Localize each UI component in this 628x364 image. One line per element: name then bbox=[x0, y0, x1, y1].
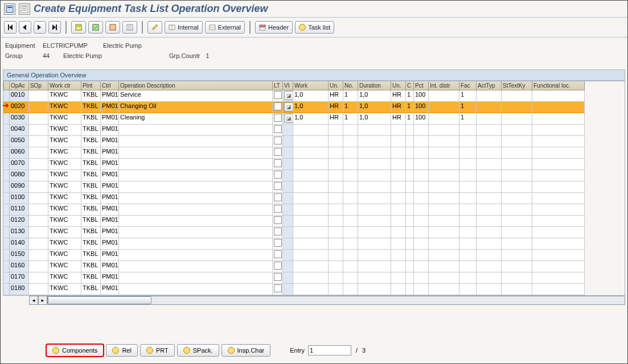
cell-work[interactable]: 1,0 bbox=[293, 90, 329, 102]
cell-no[interactable]: 1 bbox=[343, 102, 358, 113]
rel-button[interactable]: Rel bbox=[106, 344, 138, 357]
cell-work[interactable] bbox=[293, 204, 329, 216]
cell-lt[interactable] bbox=[273, 90, 283, 102]
cell-dur[interactable] bbox=[358, 272, 391, 284]
cell-workun[interactable] bbox=[329, 238, 343, 250]
cell-acttyp[interactable] bbox=[477, 102, 502, 113]
cell-sop[interactable] bbox=[29, 261, 48, 272]
cell-sttextky[interactable] bbox=[502, 170, 532, 181]
cell-funcloc[interactable] bbox=[532, 216, 585, 227]
cell-sop[interactable] bbox=[29, 284, 48, 295]
row-selector[interactable] bbox=[3, 147, 10, 159]
cell-acttyp[interactable] bbox=[477, 227, 502, 238]
cell-ctrl[interactable]: PM01 bbox=[101, 284, 119, 295]
cell-ctrl[interactable]: PM01 bbox=[101, 204, 119, 216]
col-header[interactable]: No. bbox=[343, 81, 358, 90]
row-selector[interactable] bbox=[3, 272, 10, 284]
cell-plnt[interactable]: TKBL bbox=[81, 125, 101, 136]
cell-work[interactable] bbox=[293, 170, 329, 181]
cell-vi[interactable]: ◪ bbox=[283, 102, 293, 113]
cell-work[interactable] bbox=[293, 250, 329, 261]
cell-workctr[interactable]: TKWC bbox=[48, 102, 81, 113]
cell-acttyp[interactable] bbox=[477, 90, 502, 102]
cell-no[interactable] bbox=[343, 238, 358, 250]
cell-vi[interactable] bbox=[283, 227, 293, 238]
cell-workun[interactable]: HR bbox=[329, 113, 343, 125]
cell-plnt[interactable]: TKBL bbox=[81, 261, 101, 272]
cell-c[interactable] bbox=[406, 227, 414, 238]
cell-pct[interactable] bbox=[414, 181, 429, 193]
cell-fac[interactable] bbox=[459, 284, 477, 295]
cell-pct[interactable] bbox=[414, 227, 429, 238]
cell-fac[interactable] bbox=[459, 238, 477, 250]
cell-ctrl[interactable]: PM01 bbox=[101, 170, 119, 181]
cell-c[interactable] bbox=[406, 216, 414, 227]
cell-acttyp[interactable] bbox=[477, 125, 502, 136]
cell-sop[interactable] bbox=[29, 204, 48, 216]
spack-button[interactable]: SPack. bbox=[177, 344, 219, 357]
cell-workun[interactable] bbox=[329, 261, 343, 272]
cell-dur[interactable] bbox=[358, 204, 391, 216]
col-header[interactable]: LT bbox=[273, 81, 283, 90]
cell-no[interactable] bbox=[343, 261, 358, 272]
cell-funcloc[interactable] bbox=[532, 90, 585, 102]
col-header[interactable]: Ctrl bbox=[101, 81, 119, 90]
cell-fac[interactable] bbox=[459, 261, 477, 272]
cell-workctr[interactable]: TKWC bbox=[48, 238, 81, 250]
cell-vi[interactable] bbox=[283, 125, 293, 136]
cell-sttextky[interactable] bbox=[502, 159, 532, 170]
cell-workctr[interactable]: TKWC bbox=[48, 170, 81, 181]
cell-workctr[interactable]: TKWC bbox=[48, 113, 81, 125]
row-selector[interactable] bbox=[3, 204, 10, 216]
cell-workun[interactable] bbox=[329, 159, 343, 170]
cell-sop[interactable] bbox=[29, 181, 48, 193]
row-selector[interactable] bbox=[3, 125, 10, 136]
cell-dur[interactable] bbox=[358, 193, 391, 204]
cell-intdistr[interactable] bbox=[429, 216, 459, 227]
scroll-left-button[interactable]: ◄ bbox=[29, 296, 38, 305]
cell-workctr[interactable]: TKWC bbox=[48, 284, 81, 295]
cell-intdistr[interactable] bbox=[429, 147, 459, 159]
cell-vi[interactable] bbox=[283, 216, 293, 227]
cell-durun[interactable] bbox=[391, 227, 406, 238]
cell-sop[interactable] bbox=[29, 238, 48, 250]
cell-op[interactable]: 0040 bbox=[10, 125, 29, 136]
cell-lt[interactable] bbox=[273, 125, 283, 136]
cell-workctr[interactable]: TKWC bbox=[48, 90, 81, 102]
cell-dur[interactable] bbox=[358, 159, 391, 170]
cell-sop[interactable] bbox=[29, 159, 48, 170]
cell-op[interactable]: 0090 bbox=[10, 181, 29, 193]
cell-plnt[interactable]: TKBL bbox=[81, 216, 101, 227]
cell-funcloc[interactable] bbox=[532, 272, 585, 284]
row-selector[interactable] bbox=[3, 181, 10, 193]
cell-fac[interactable] bbox=[459, 159, 477, 170]
cell-workctr[interactable]: TKWC bbox=[48, 181, 81, 193]
cell-plnt[interactable]: TKBL bbox=[81, 136, 101, 147]
cell-vi[interactable] bbox=[283, 170, 293, 181]
cell-no[interactable] bbox=[343, 147, 358, 159]
cell-plnt[interactable]: TKBL bbox=[81, 159, 101, 170]
col-header[interactable]: VI bbox=[283, 81, 293, 90]
cell-lt[interactable] bbox=[273, 102, 283, 113]
app-icon-2[interactable] bbox=[19, 3, 30, 15]
cell-work[interactable]: 1,0 bbox=[293, 113, 329, 125]
cell-ctrl[interactable]: PM01 bbox=[101, 181, 119, 193]
cell-desc[interactable] bbox=[119, 193, 273, 204]
cell-intdistr[interactable] bbox=[429, 193, 459, 204]
cell-sop[interactable] bbox=[29, 250, 48, 261]
hscroll-track[interactable] bbox=[47, 296, 625, 305]
cell-acttyp[interactable] bbox=[477, 284, 502, 295]
cell-plnt[interactable]: TKBL bbox=[81, 193, 101, 204]
cell-ctrl[interactable]: PM01 bbox=[101, 261, 119, 272]
cell-vi[interactable] bbox=[283, 284, 293, 295]
cell-sttextky[interactable] bbox=[502, 250, 532, 261]
cell-sop[interactable] bbox=[29, 102, 48, 113]
cell-intdistr[interactable] bbox=[429, 102, 459, 113]
col-header[interactable]: Int. distr bbox=[429, 81, 459, 90]
col-header[interactable] bbox=[3, 81, 10, 90]
col-header[interactable]: Duration bbox=[358, 81, 391, 90]
hscroll-thumb[interactable] bbox=[48, 296, 151, 304]
cell-pct[interactable] bbox=[414, 261, 429, 272]
cell-sttextky[interactable] bbox=[502, 284, 532, 295]
cell-c[interactable]: 1 bbox=[406, 90, 414, 102]
